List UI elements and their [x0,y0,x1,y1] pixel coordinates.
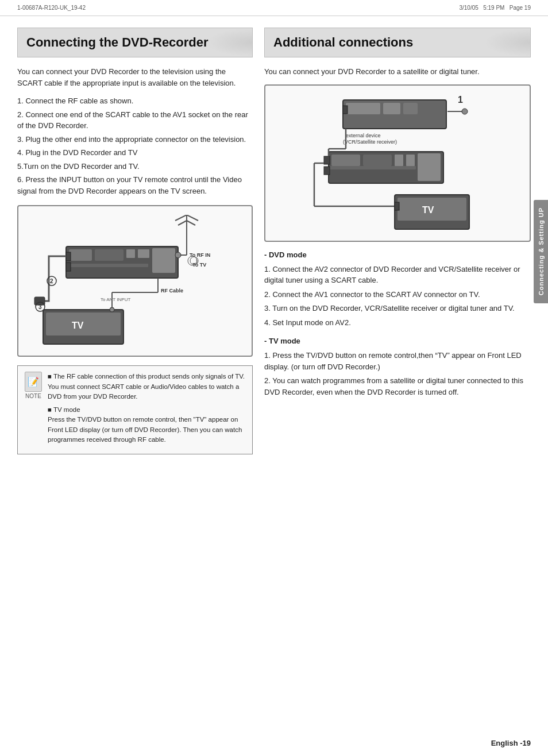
note-content: ■ The RF cable connection of this produc… [48,372,245,448]
svg-rect-9 [138,249,149,258]
svg-rect-37 [346,103,380,114]
svg-rect-51 [418,153,441,181]
dvd-step-4: 4. Set Input mode on AV2. [264,317,531,329]
svg-rect-40 [343,106,348,114]
note-box: 📝 NOTE ■ The RF cable connection of this… [17,365,253,454]
left-steps-list: 1. Connect the RF cable as shown. 2. Con… [17,95,253,196]
right-title: Additional connections [273,35,522,50]
dvd-mode-title: - DVD mode [264,250,531,259]
note-icon: 📝 NOTE [25,372,42,448]
dvd-step-2: 2. Connect the AV1 connector to the SCAR… [264,289,531,300]
step-6: 6. Press the INPUT button on your TV rem… [17,174,253,196]
left-section-header: Connecting the DVD-Recorder [17,28,253,57]
tv-step-2: 2. You can watch programmes from a satel… [264,375,531,398]
left-title: Connecting the DVD-Recorder [26,35,244,50]
svg-rect-13 [66,263,71,271]
svg-text:TV: TV [422,205,434,215]
svg-rect-39 [403,103,418,114]
dvd-mode-steps: 1. Connect the AV2 connector of DVD Reco… [264,264,531,329]
right-section-header: Additional connections [264,28,531,57]
svg-rect-53 [324,156,330,164]
step-5: 5.Turn on the DVD Recorder and TV. [17,161,253,172]
svg-rect-10 [152,248,175,273]
dvd-step-1: 1. Connect the AV2 connector of DVD Reco… [264,264,531,286]
tv-step-1: 1. Press the TV/DVD button on remote con… [264,350,531,372]
svg-rect-50 [406,155,415,166]
svg-text:TV: TV [72,321,84,330]
svg-rect-12 [66,252,71,261]
sidebar-label: Connecting & Setting UP [538,207,545,295]
svg-text:2: 2 [50,278,53,284]
left-column: Connecting the DVD-Recorder You can conn… [17,28,253,454]
right-diagram: 1 external device (VCR/Satellite receive… [264,84,531,242]
dvd-connection-diagram: To RF IN 1 To TV 2 TV [32,215,238,347]
svg-rect-54 [324,167,330,175]
svg-rect-48 [363,155,392,166]
svg-text:external device: external device [346,133,381,138]
tv-mode-title: - TV mode [264,337,531,345]
step-4: 4. Plug in the DVD Recorder and TV [17,147,253,159]
svg-text:RF Cable: RF Cable [161,288,183,294]
note-item-2: ■ TV modePress the TV/DVD button on remo… [48,405,245,445]
additional-connections-diagram: 1 external device (VCR/Satellite receive… [311,94,484,232]
note-item-1: ■ The RF cable connection of this produc… [48,372,245,402]
svg-rect-52 [330,166,416,169]
svg-rect-8 [126,249,135,258]
dvd-mode-section: - DVD mode 1. Connect the AV2 connector … [264,250,531,329]
note-label: NOTE [25,393,41,399]
svg-rect-66 [395,202,399,210]
svg-rect-7 [95,249,124,261]
note-symbol: 📝 [25,372,42,392]
svg-line-2 [187,215,198,221]
svg-line-1 [175,215,187,221]
step-2: 2. Connect one end of the SCART cable to… [17,109,253,132]
right-column: Additional connections You can connect y… [264,28,531,454]
dvd-step-3: 3. Turn on the DVD Recorder, VCR/Satelli… [264,303,531,314]
svg-line-4 [187,221,195,225]
svg-point-30 [110,307,114,312]
step-1: 1. Connect the RF cable as shown. [17,95,253,107]
step-3: 3. Plug the other end into the appropria… [17,134,253,145]
sidebar-tab: Connecting & Setting UP [534,200,548,303]
file-reference: 1-00687A-R120-UK_19-42 [17,5,86,11]
svg-point-42 [462,109,468,114]
svg-text:To ANT INPUT: To ANT INPUT [101,297,130,302]
svg-text:1: 1 [458,95,463,105]
svg-rect-6 [69,249,92,261]
page-date: 3/10/05 5:19 PM Page 19 [459,5,531,11]
svg-line-3 [178,221,187,225]
page-number: English -19 [491,739,531,747]
svg-rect-49 [395,155,403,166]
page-header: 1-00687A-R120-UK_19-42 3/10/05 5:19 PM P… [0,0,548,16]
svg-rect-11 [71,264,148,267]
page-footer: English -19 [491,739,531,747]
svg-text:3: 3 [38,304,42,310]
right-intro: You can connect your DVD Recorder to a s… [264,66,531,78]
tv-mode-section: - TV mode 1. Press the TV/DVD button on … [264,337,531,398]
svg-point-16 [175,252,181,258]
svg-text:(VCR/Satellite receiver): (VCR/Satellite receiver) [343,139,397,145]
left-intro: You can connect your DVD Recorder to the… [17,66,253,88]
left-diagram: To RF IN 1 To TV 2 TV [17,205,253,357]
svg-rect-38 [383,103,400,114]
tv-mode-steps: 1. Press the TV/DVD button on remote con… [264,350,531,398]
svg-rect-47 [331,155,360,166]
